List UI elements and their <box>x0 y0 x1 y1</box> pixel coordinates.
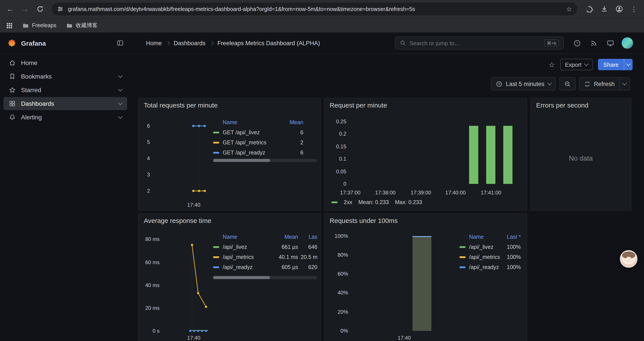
legend-col-name[interactable]: Name <box>460 234 500 240</box>
svg-text:100%: 100% <box>335 233 348 239</box>
sidebar-item-label: Starred <box>21 87 41 94</box>
bookmark-folder-freeleaps[interactable]: Freeleaps <box>22 22 56 29</box>
sidebar-item-bookmarks[interactable]: Bookmarks <box>4 70 127 83</box>
chevron-down-icon[interactable] <box>118 87 122 91</box>
favorite-star-icon[interactable]: ☆ <box>549 60 555 69</box>
svg-text:2: 2 <box>147 188 150 194</box>
series-max: Max: 0.233 <box>395 199 422 205</box>
legend-header: Name Mean Las <box>213 232 318 242</box>
legend-row[interactable]: /api/_metrics40.1 ms20.5 m <box>213 252 318 262</box>
series-name: GET /api/_metrics <box>223 139 280 146</box>
svg-text:0 s: 0 s <box>152 328 160 334</box>
series-last: 20.5 m <box>298 254 318 260</box>
series-name: GET /api/_livez <box>223 129 280 135</box>
back-icon[interactable]: ← <box>4 3 17 16</box>
sidebar-item-alerting[interactable]: Alerting <box>4 111 127 124</box>
legend-col-mean[interactable]: Mean <box>270 234 298 240</box>
series-color-icon <box>332 201 338 203</box>
series-color-icon <box>213 142 219 143</box>
legend-scrollbar[interactable] <box>213 276 317 279</box>
svg-text:0%: 0% <box>340 328 348 334</box>
refresh-button[interactable]: Refresh <box>579 77 620 90</box>
breadcrumb-dashboards[interactable]: Dashboards <box>174 40 206 46</box>
export-label: Export <box>565 61 581 68</box>
chevron-down-icon[interactable] <box>118 73 122 78</box>
extensions-icon[interactable] <box>582 3 596 16</box>
panel-title[interactable]: Total requests per minute <box>144 101 218 109</box>
legend-row[interactable]: /api/_readyz605 µs620 <box>213 262 318 272</box>
series-color-icon <box>460 246 466 248</box>
legend-col-name[interactable]: Name <box>213 234 270 240</box>
user-avatar[interactable] <box>622 37 633 49</box>
legend-col-last[interactable]: Last * <box>500 234 521 240</box>
no-data-message: No data <box>531 154 631 162</box>
scrollbar-thumb[interactable] <box>213 276 270 279</box>
legend-row[interactable]: /api/_metrics100% <box>460 252 521 262</box>
svg-text:0.05: 0.05 <box>336 169 346 174</box>
svg-text:0.2: 0.2 <box>339 131 346 137</box>
panel-title[interactable]: Average response time <box>144 217 211 224</box>
export-button[interactable]: Export <box>560 59 593 70</box>
series-mean: 2 <box>280 139 303 146</box>
chevron-down-icon <box>547 81 552 85</box>
series-last: 100% <box>500 254 521 260</box>
sidebar-item-home[interactable]: Home <box>4 56 127 69</box>
sidebar-item-dashboards[interactable]: Dashboards <box>4 97 127 110</box>
svg-text:60 ms: 60 ms <box>145 259 160 265</box>
legend-row[interactable]: /api/_livez661 µs646 <box>213 242 318 252</box>
legend-table: Name Mean Las /api/_livez661 µs646/api/_… <box>213 232 318 272</box>
floating-assistant-avatar[interactable] <box>620 250 638 268</box>
search-input[interactable]: Search or jump to... ⌘+k <box>395 37 564 50</box>
news-rss-icon[interactable] <box>588 38 599 48</box>
home-icon <box>9 59 16 66</box>
refresh-interval-dropdown[interactable] <box>620 77 630 90</box>
legend[interactable]: 2xx Mean: 0.233 Max: 0.233 <box>332 199 422 205</box>
legend-col-mean[interactable]: Mean <box>280 119 303 126</box>
legend-row[interactable]: /api/_readyz100% <box>460 262 521 272</box>
legend-row[interactable]: GET /api/_readyz6 <box>213 147 303 158</box>
apps-grid-icon[interactable] <box>6 22 13 29</box>
panel-title[interactable]: Requests under 100ms <box>330 217 398 224</box>
site-info-icon[interactable] <box>57 6 64 12</box>
share-button[interactable]: Share <box>598 59 624 70</box>
grafana-brand: Grafana <box>0 33 131 54</box>
legend-row[interactable]: /api/_livez100% <box>460 242 521 252</box>
legend-row[interactable]: GET /api/_metrics2 <box>213 137 303 147</box>
url-bar[interactable]: grafana.mathmast.com/d/deytv4rwavabkb/fr… <box>52 3 577 15</box>
dashboard-toolbar: ☆ Export Share <box>549 58 632 71</box>
help-icon[interactable]: ? <box>572 38 582 48</box>
scrollbar-thumb[interactable] <box>213 159 270 162</box>
svg-text:0.15: 0.15 <box>336 144 346 149</box>
legend-col-name[interactable]: Name <box>213 119 280 126</box>
menu-kebab-icon[interactable]: ⋮ <box>627 3 640 16</box>
series-last: 100% <box>500 244 521 250</box>
series-mean: 605 µs <box>270 264 298 270</box>
request-per-minute-chart: 0.250.20.150.10.05017:37:0017:38:0017:39… <box>324 98 526 210</box>
panel-title[interactable]: Errors per second <box>536 101 588 109</box>
chevron-down-icon[interactable] <box>118 114 122 119</box>
profile-icon[interactable] <box>612 3 626 16</box>
chevron-down-icon[interactable] <box>118 101 122 105</box>
url-text[interactable]: grafana.mathmast.com/d/deytv4rwavabkb/fr… <box>68 6 562 12</box>
svg-text:40%: 40% <box>338 290 348 295</box>
series-color-icon <box>213 152 219 153</box>
forward-icon[interactable]: → <box>18 3 32 16</box>
svg-text:80%: 80% <box>338 252 348 258</box>
sidebar-toggle-icon[interactable] <box>116 40 124 47</box>
legend-row[interactable]: GET /api/_livez6 <box>213 127 303 137</box>
downloads-icon[interactable] <box>598 3 611 16</box>
panel-errors-per-second: Errors per second No data <box>530 98 631 211</box>
legend-scrollbar[interactable] <box>213 159 317 162</box>
share-dropdown[interactable] <box>624 59 632 70</box>
breadcrumb-home[interactable]: Home <box>146 40 162 46</box>
bookmark-star-icon[interactable]: ☆ <box>566 5 572 13</box>
zoom-out-icon[interactable] <box>559 77 576 90</box>
time-range-picker[interactable]: Last 5 minutes <box>491 77 556 90</box>
legend-col-last[interactable]: Las <box>298 234 318 240</box>
bookmark-folder-blogs[interactable]: 收藏博客 <box>66 22 98 29</box>
grafana-logo-icon[interactable] <box>7 38 17 48</box>
panel-title[interactable]: Request per minute <box>330 101 387 109</box>
sidebar-item-starred[interactable]: Starred <box>4 83 127 97</box>
monitor-icon[interactable] <box>605 38 616 48</box>
reload-icon[interactable] <box>33 3 46 16</box>
